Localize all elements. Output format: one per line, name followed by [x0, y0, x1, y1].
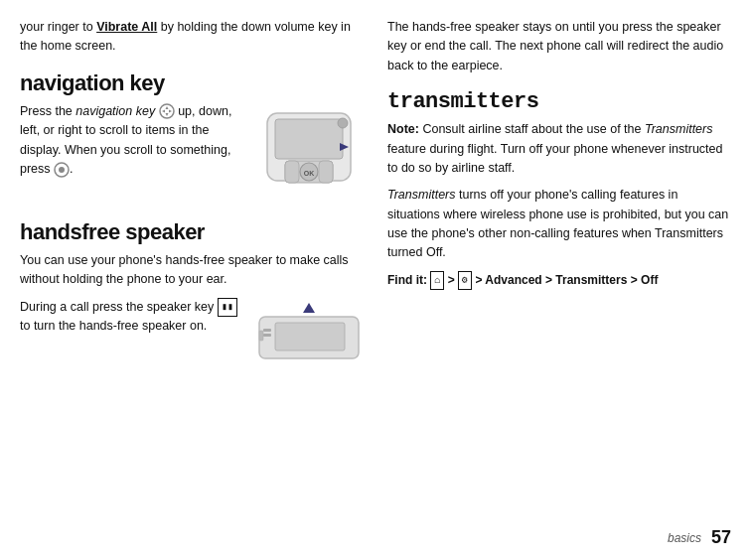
navigation-key-section: navigation key Press the navigation key … — [20, 70, 364, 206]
home-icon-box: ⌂ — [430, 271, 444, 291]
navigation-key-body: Press the navigation key up, down, left,… — [20, 102, 244, 180]
find-it-advanced: Advanced — [485, 273, 541, 287]
transmitters-italic-1: Transmitters — [645, 122, 713, 136]
svg-marker-2 — [165, 113, 168, 116]
footer-label: basics — [668, 531, 701, 545]
svg-marker-22 — [303, 303, 315, 313]
handsfree-section: handsfree speaker You can use your phone… — [20, 219, 364, 367]
transmitters-title: transmitters — [387, 89, 731, 114]
transmitters-section: transmitters Note: Consult airline staff… — [387, 89, 731, 290]
handsfree-para2: During a call press the speaker key ▮▮ t… — [20, 298, 244, 337]
nav-key-icon-inline — [159, 103, 175, 119]
find-it-label: Find it: — [387, 273, 430, 287]
handsfree-title: handsfree speaker — [20, 219, 364, 245]
handsfree-svg — [255, 299, 363, 366]
handsfree-image — [254, 298, 364, 367]
transmitters-body2: Transmitters turns off your phone's call… — [387, 186, 731, 263]
settings-icon-box: ⚙ — [458, 271, 472, 291]
svg-rect-14 — [319, 161, 333, 183]
right-top-paragraph: The hands-free speaker stays on until yo… — [387, 18, 731, 75]
handsfree-para1: You can use your phone's hands-free spea… — [20, 251, 364, 290]
page-number: 57 — [711, 527, 731, 548]
note-label: Note: — [387, 122, 419, 136]
transmitters-note: Note: Consult airline staff about the us… — [387, 120, 731, 178]
svg-rect-23 — [259, 331, 263, 341]
svg-rect-8 — [275, 119, 343, 159]
find-it-off: Off — [641, 273, 658, 287]
find-it: Find it: ⌂ > ⚙ > Advanced > Transmitters… — [387, 271, 731, 291]
top-paragraph: your ringer to Vibrate All by holding th… — [20, 18, 364, 57]
svg-marker-4 — [169, 110, 172, 113]
find-it-transmitters: Transmitters — [555, 273, 627, 287]
svg-rect-19 — [263, 329, 271, 332]
svg-rect-20 — [263, 334, 271, 337]
navigation-key-image: OK — [254, 102, 364, 192]
svg-marker-3 — [162, 110, 165, 113]
svg-point-15 — [338, 118, 348, 128]
handsfree-content: During a call press the speaker key ▮▮ t… — [20, 298, 364, 367]
navigation-key-content: Press the navigation key up, down, left,… — [20, 102, 364, 192]
vibrate-all-text: Vibrate All — [96, 20, 157, 34]
nav-key-press-icon — [54, 162, 70, 178]
nav-key-svg: OK — [255, 103, 363, 191]
nav-key-italic: navigation key — [75, 104, 155, 118]
page-footer: basics 57 — [668, 527, 731, 548]
svg-text:OK: OK — [304, 170, 315, 177]
svg-rect-11 — [285, 161, 299, 183]
speaker-key-icon: ▮▮ — [218, 298, 237, 318]
left-column: your ringer to Vibrate All by holding th… — [20, 18, 364, 542]
svg-rect-18 — [275, 323, 345, 350]
svg-point-6 — [59, 167, 65, 173]
navigation-key-title: navigation key — [20, 70, 364, 96]
right-column: The hands-free speaker stays on until yo… — [387, 18, 731, 542]
transmitters-italic-2: Transmitters — [387, 188, 456, 202]
svg-marker-1 — [165, 106, 168, 109]
